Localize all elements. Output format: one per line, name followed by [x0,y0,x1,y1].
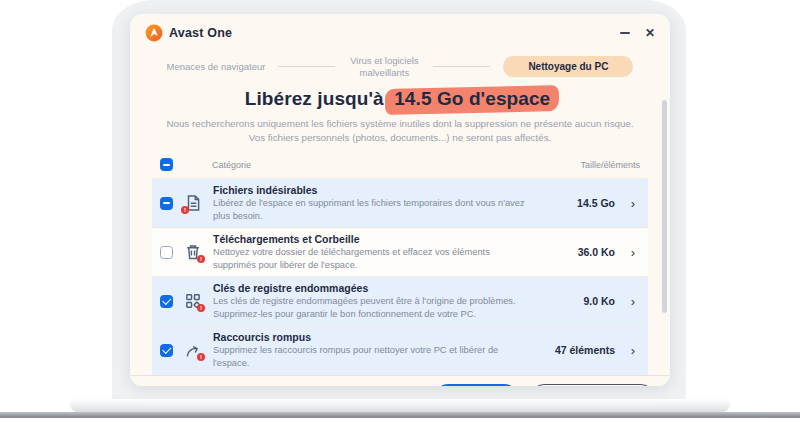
chevron-right-icon[interactable]: › [626,197,640,210]
chevron-right-icon[interactable]: › [626,246,640,259]
trash-icon: ! [184,243,202,261]
page-title: Libérez jusqu'à 14.5 Go d'espace [130,88,670,110]
chevron-right-icon[interactable]: › [626,344,640,357]
row-description: Libérez de l'espace en supprimant les fi… [213,197,534,222]
tab-connector [433,66,490,67]
row-checkbox[interactable] [160,197,173,210]
minimize-button[interactable] [620,32,630,34]
table-header: Catégorie Taille/éléments [152,155,648,178]
maybe-later-button[interactable]: Peut-être plus tard [530,384,655,386]
row-title: Clés de registre endommagées [213,282,534,294]
page-subtitle: Nous rechercherons uniquement les fichie… [158,117,642,145]
close-button[interactable]: ✕ [645,27,655,39]
laptop-base [70,399,730,413]
scrollbar-thumb[interactable] [662,100,667,313]
titlebar: Avast One ✕ [130,14,670,46]
size-column-header: Taille/éléments [580,160,640,170]
window-controls: ✕ [620,27,655,39]
row-description: Supprimez les raccourcis rompus pour net… [213,344,534,369]
table-row[interactable]: ! Fichiers indésirables Libérez de l'esp… [152,178,648,227]
row-title: Raccourcis rompus [213,331,534,343]
row-size: 36.0 Ko [551,246,615,258]
laptop-base-shadow [0,412,800,418]
row-description: Les clés de registre endommagées peuvent… [213,295,534,320]
action-bar: 1.6 Go sélectionné Ces éléments vont êtr… [130,375,670,386]
page-title-highlight: 14.5 Go d'espace [389,88,555,110]
alert-badge: ! [197,255,205,263]
row-title: Fichiers indésirables [213,184,534,196]
broken-shortcut-icon: ! [184,341,202,359]
table-row[interactable]: ! Téléchargements et Corbeille Nettoyez … [152,227,648,276]
row-checkbox[interactable] [160,295,173,308]
tab-virus-malware[interactable]: Virus et logiciels malveillants [348,55,420,79]
row-description: Nettoyez votre dossier de téléchargement… [213,246,534,271]
avast-one-window: Avast One ✕ Menaces de navigateur Virus … [130,14,670,386]
clean-button[interactable]: Nettoyer [434,384,519,386]
tab-connector [278,66,335,67]
alert-badge: ! [197,304,205,312]
row-size: 47 éléments [551,344,615,356]
registry-icon: ! [184,292,202,310]
row-size: 9.0 Ko [551,295,615,307]
alert-badge: ! [181,206,189,214]
page: Avast One ✕ Menaces de navigateur Virus … [0,0,800,422]
tab-pc-cleanup[interactable]: Nettoyage du PC [503,56,633,77]
row-checkbox[interactable] [160,344,173,357]
cleanup-table: Catégorie Taille/éléments ! Fichiers ind… [152,155,648,374]
category-column-header: Catégorie [212,160,251,170]
table-row[interactable]: ! Clés de registre endommagées Les clés … [152,276,648,325]
brand: Avast One [145,24,232,42]
row-checkbox[interactable] [160,246,173,259]
table-row[interactable]: ! Raccourcis rompus Supprimez les raccou… [152,325,648,374]
avast-logo-icon [145,24,163,42]
row-size: 14.5 Go [551,197,615,209]
tab-stepper: Menaces de navigateur Virus et logiciels… [130,55,670,79]
alert-badge: ! [197,353,205,361]
select-all-checkbox[interactable] [160,158,173,171]
tab-browser-threats[interactable]: Menaces de navigateur [167,61,266,73]
app-title: Avast One [169,26,232,40]
row-title: Téléchargements et Corbeille [213,233,534,245]
chevron-right-icon[interactable]: › [626,295,640,308]
junk-file-icon: ! [184,194,202,212]
